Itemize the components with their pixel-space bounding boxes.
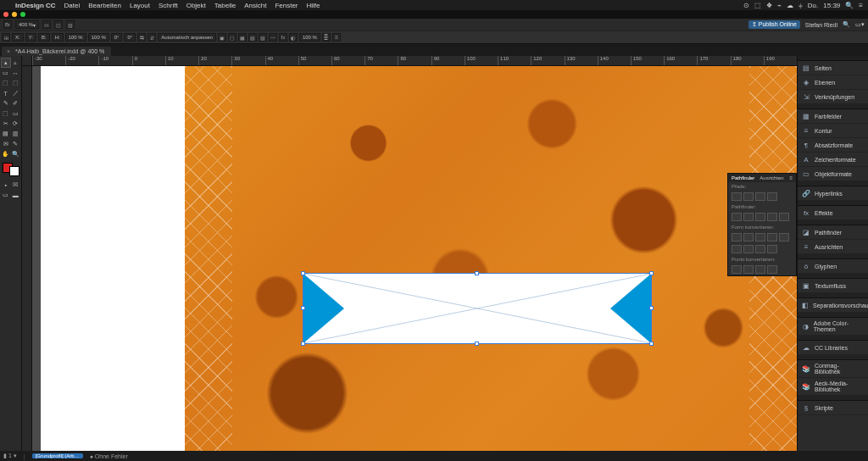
- convert-triangle-icon[interactable]: [732, 245, 742, 253]
- selection-handle[interactable]: [649, 342, 654, 346]
- zoom-tool-icon[interactable]: 🔍: [11, 149, 21, 159]
- scissors-tool-icon[interactable]: ✂: [1, 119, 11, 129]
- wifi-icon[interactable]: ⏚: [798, 2, 803, 9]
- rail-item-ebenen[interactable]: ◈Ebenen: [798, 75, 868, 90]
- point-plain-icon[interactable]: [732, 265, 742, 274]
- menu-datei[interactable]: Datei: [64, 2, 81, 9]
- rail-item-kontur[interactable]: ≡Kontur: [798, 124, 868, 138]
- menu-hilfe[interactable]: Hilfe: [307, 2, 320, 9]
- selection-handle[interactable]: [475, 342, 479, 346]
- rail-item-hyperlinks[interactable]: 🔗Hyperlinks: [798, 186, 868, 201]
- zoom-field[interactable]: 400 % ▾: [15, 20, 39, 29]
- clock-day[interactable]: Do.: [808, 2, 818, 9]
- line-tool-icon[interactable]: ／: [11, 88, 21, 98]
- convert-bevel-icon[interactable]: [755, 233, 765, 242]
- scale-y-field[interactable]: 100 %: [88, 33, 109, 42]
- fitting-label[interactable]: Automatisch anpassen: [158, 33, 216, 42]
- pen-tool-icon[interactable]: ✎: [1, 98, 11, 108]
- pathfinder-add-icon[interactable]: [732, 213, 742, 221]
- rail-item-links[interactable]: ⇲Verknüpfungen: [798, 90, 868, 104]
- point-smooth-icon[interactable]: [755, 265, 765, 274]
- spotlight-icon[interactable]: 🔍: [845, 2, 854, 9]
- convert-roundrect-icon[interactable]: [743, 233, 754, 242]
- app-name[interactable]: InDesign CC: [15, 2, 56, 9]
- horizontal-ruler[interactable]: -30 -20 -10 0 10 20 30 40 50 60 70 80 90…: [32, 56, 797, 66]
- path-join-icon[interactable]: [732, 192, 742, 201]
- path-reverse-icon[interactable]: [767, 192, 777, 201]
- eyedropper-tool-icon[interactable]: ✎: [11, 139, 21, 149]
- y-field[interactable]: Y:: [25, 33, 36, 42]
- gap-tool-icon[interactable]: ↔: [11, 68, 21, 78]
- content-collector-icon[interactable]: ⬚: [1, 78, 11, 88]
- rail-item-libraries[interactable]: ☁︎CC Libraries: [798, 341, 868, 355]
- status-icon[interactable]: ⊙: [743, 2, 749, 9]
- rail-item-pathfinder[interactable]: ◪Pathfinder: [798, 225, 868, 240]
- arrange-icon[interactable]: ▥: [66, 20, 75, 29]
- rail-item-skripte[interactable]: §Skripte: [798, 401, 868, 415]
- rectangle-frame-tool-icon[interactable]: ⬚: [1, 108, 11, 119]
- rail-item-glyphen[interactable]: öGlyphen: [798, 259, 868, 274]
- convert-inverse-icon[interactable]: [767, 233, 777, 242]
- transform-tool-icon[interactable]: ⟳: [11, 119, 21, 129]
- user-name[interactable]: Stefan Riedl: [805, 22, 837, 28]
- pencil-tool-icon[interactable]: ✐: [11, 98, 21, 108]
- align-icon[interactable]: ≡: [332, 33, 341, 42]
- pathfinder-intersect-icon[interactable]: [755, 213, 765, 221]
- document-canvas[interactable]: [32, 66, 797, 451]
- notifications-icon[interactable]: ≡: [859, 2, 863, 9]
- x-field[interactable]: X:: [12, 33, 24, 42]
- rail-item-conmag[interactable]: 📚Conmag-Bibliothek: [798, 360, 868, 378]
- content-placer-icon[interactable]: ⬚: [11, 78, 21, 88]
- shear-field[interactable]: 0°: [124, 33, 136, 42]
- selection-handle[interactable]: [301, 306, 305, 310]
- direct-selection-tool-icon[interactable]: ▵: [11, 58, 21, 68]
- selection-handle[interactable]: [649, 271, 654, 275]
- convert-rect-icon[interactable]: [732, 233, 742, 242]
- rail-item-effekte[interactable]: fxEffekte: [798, 206, 868, 220]
- rail-item-ausrichten[interactable]: ≡Ausrichten: [798, 240, 868, 254]
- rail-item-objektformate[interactable]: ▭Objektformate: [798, 167, 868, 181]
- opacity-field[interactable]: 100 %: [299, 33, 320, 42]
- menu-tabelle[interactable]: Tabelle: [214, 2, 236, 9]
- rail-item-zeichenformate[interactable]: AZeichenformate: [798, 153, 868, 167]
- selection-handle[interactable]: [649, 306, 654, 310]
- pathfinder-exclude-icon[interactable]: [767, 213, 777, 221]
- h-field[interactable]: H:: [52, 33, 64, 42]
- menu-schrift[interactable]: Schrift: [159, 2, 178, 9]
- menu-ansicht[interactable]: Ansicht: [244, 2, 266, 9]
- selection-handle[interactable]: [301, 271, 305, 275]
- scale-x-field[interactable]: 100 %: [65, 33, 86, 42]
- menu-objekt[interactable]: Objekt: [186, 2, 206, 9]
- path-close-icon[interactable]: [755, 192, 765, 201]
- rail-item-aeck[interactable]: 📚Aeck-Media-Bibliothek: [798, 378, 868, 396]
- point-corner-icon[interactable]: [743, 265, 754, 274]
- flip-v-icon[interactable]: ⇵: [147, 33, 156, 42]
- preflight-status[interactable]: ● Ohne Fehler: [90, 453, 128, 459]
- pathfinder-subtract-icon[interactable]: [743, 213, 754, 221]
- rail-item-separations[interactable]: ◧Separationsvorschau: [798, 298, 868, 313]
- view-mode-icon[interactable]: ▭: [42, 20, 51, 29]
- rail-item-textumfluss[interactable]: ▣Textumfluss: [798, 279, 868, 293]
- fit-icon[interactable]: ▦: [238, 33, 247, 42]
- fit-icon[interactable]: ▧: [248, 33, 257, 42]
- convert-line-icon[interactable]: [755, 245, 765, 253]
- stroke-icon[interactable]: —: [269, 33, 277, 42]
- pathfinder-panel[interactable]: Pathfinder Ausrichten ≡ Pfade: Pathfinde…: [727, 173, 797, 276]
- document-tab[interactable]: × *A4-Halb_Bäckerei.indd @ 400 %: [2, 47, 111, 56]
- convert-ellipse-icon[interactable]: [779, 233, 789, 242]
- panel-menu-icon[interactable]: ≡: [789, 175, 793, 181]
- ref-point-icon[interactable]: ⊞: [2, 33, 10, 42]
- path-open-icon[interactable]: [743, 192, 754, 201]
- align-icon[interactable]: ≣: [322, 33, 331, 42]
- selection-handle[interactable]: [301, 342, 305, 346]
- panel-tab-ausrichten[interactable]: Ausrichten: [760, 175, 783, 181]
- apply-color-icon[interactable]: ▪: [1, 180, 11, 190]
- window-zoom-button[interactable]: [20, 12, 25, 17]
- panel-tab-pathfinder[interactable]: Pathfinder: [732, 175, 754, 181]
- convert-ortholine-icon[interactable]: [767, 245, 777, 253]
- fit-icon[interactable]: ▣: [218, 33, 226, 42]
- status-icon[interactable]: ⌁: [777, 2, 782, 9]
- gradient-feather-icon[interactable]: ▥: [11, 129, 21, 139]
- gradient-tool-icon[interactable]: ▤: [1, 129, 11, 139]
- selected-banner-frame[interactable]: [303, 274, 651, 343]
